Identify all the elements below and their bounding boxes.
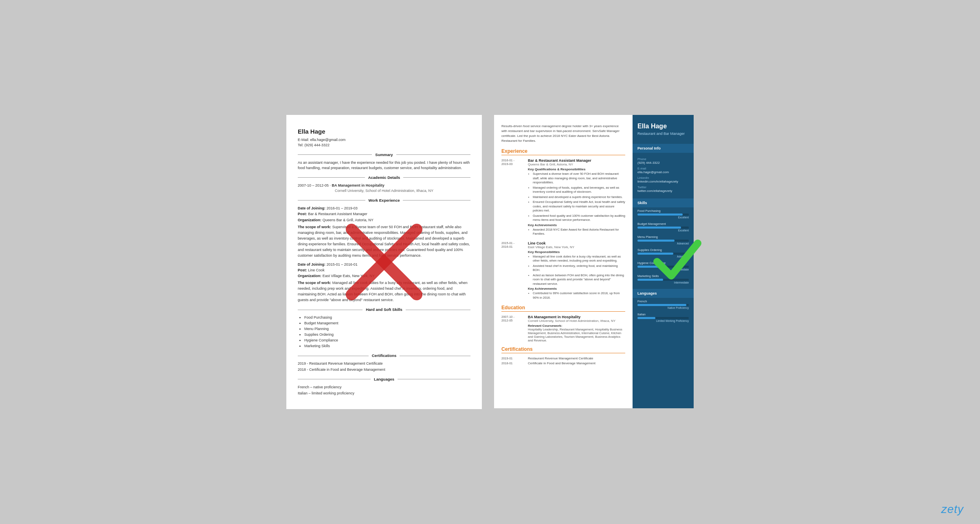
exp-company-2: East Village Eats, New York, NY	[528, 245, 625, 249]
achievement: Awarded 2018 NYC Eater Award for Best As…	[533, 228, 625, 236]
skill-bar-fill	[637, 266, 666, 268]
cert-heading: Certifications	[501, 346, 625, 353]
lang-bar-bg	[637, 304, 689, 306]
email-value: ella.hage@gmail.com	[637, 170, 689, 174]
plain-email: E-Mail: ella.hage@gmail.com	[298, 137, 470, 143]
email-label: E-mail	[637, 167, 689, 170]
exp-achievements-heading-1: Key Achievements	[528, 223, 625, 227]
summary-text: As an assistant manager, I have the expe…	[298, 160, 470, 171]
skill-bar-fill	[637, 227, 681, 229]
exp-achievements-heading-2: Key Achievements	[528, 287, 625, 291]
bullet: Supervised a diverse team of over 50 FOH…	[533, 172, 625, 185]
exp-content-2: Line Cook East Village Eats, New York, N…	[528, 241, 625, 301]
lang-label: French	[637, 299, 689, 303]
sidebar-header: Ella Hage Restaurant and Bar Manager	[633, 115, 694, 141]
skill-bar-fill	[637, 253, 673, 255]
exp-achievements-1: Awarded 2018 NYC Eater Award for Best As…	[528, 228, 625, 236]
skill-item: Food Purchasing	[304, 315, 470, 320]
bullet: Maintained and developed a superb dining…	[533, 195, 625, 200]
skills-container: Food Purchasing Excellent Budget Managem…	[633, 207, 694, 286]
work-divider: Work Experience	[298, 198, 470, 203]
twitter-value: twitter.com/ellahagezety	[637, 189, 689, 193]
edu-coursework-label: Relevant Coursework:	[528, 324, 625, 328]
cert-date-1: 2019-01	[501, 357, 524, 360]
personal-info-section: Personal Info	[633, 144, 694, 153]
skill-bar-bg	[637, 214, 689, 216]
skill-bar-bg	[637, 279, 689, 281]
academic-divider: Academic Details	[298, 175, 470, 181]
skill-level-label: Advanced	[637, 255, 689, 258]
skill-bar-bg	[637, 227, 689, 229]
bullet: Assisted head chef in inventory, orderin…	[533, 264, 625, 273]
skill-bar-item: Marketing Skills Intermediate	[633, 273, 694, 286]
edu-content: BA Management in Hospitality Cornell Uni…	[528, 315, 625, 342]
lang-entry-1: French – native proficiency	[298, 385, 470, 390]
phone-label: Phone	[637, 157, 689, 161]
plain-name: Ella Hage	[298, 127, 470, 136]
exp-bullets-1: Supervised a diverse team of over 50 FOH…	[528, 172, 625, 222]
lang-bar-item: Italian Limited Working Proficiency	[633, 311, 694, 324]
skill-label: Supplies Ordering	[637, 248, 689, 252]
lang-bar-item: French Native Proficiency	[633, 298, 694, 311]
bullet: Ensured Occupational Safety and Health A…	[533, 200, 625, 213]
exp-title-1: Bar & Restaurant Assistant Manager	[528, 159, 625, 163]
lang-bar-fill	[637, 317, 655, 319]
linkedin-value: linkedin.com/in/ellahagezety	[637, 180, 689, 183]
skill-level-label: Excellent	[637, 229, 689, 232]
twitter-label: Twitter	[637, 185, 689, 189]
phone-value: (929) 444-3322	[637, 161, 689, 165]
skill-level-label: Advanced	[637, 242, 689, 245]
linkedin-label: LinkedIn	[637, 176, 689, 180]
lang-level-label: Native Proficiency	[637, 306, 689, 309]
work-entry-2: Date of Joining: 2015-01 – 2016-01 Post:…	[298, 262, 470, 303]
skills-section: Skills	[633, 198, 694, 207]
right-wrapper: Results-driven food service management d…	[494, 115, 694, 408]
cert-row-1: 2019-01 Restaurant Revenue Management Ce…	[501, 357, 625, 360]
edu-school: Cornell University, School of Hotel Admi…	[528, 319, 625, 323]
exp-date-2: 2015-01 - 2016-01	[501, 241, 524, 301]
skill-label: Budget Management	[637, 222, 689, 226]
edu-row: 2007-10 - 2012-05 BA Management in Hospi…	[501, 315, 625, 342]
achievement: Contributed to 99% customer satisfaction…	[533, 291, 625, 300]
skill-bar-fill	[637, 240, 675, 242]
skill-label: Hygiene Compliance	[637, 261, 689, 265]
cert-entry-1: 2019 - Restaurant Revenue Management Cer…	[298, 361, 470, 366]
skill-bar-fill	[637, 214, 683, 216]
exp-entry-2: 2015-01 - 2016-01 Line Cook East Village…	[501, 241, 625, 301]
sidebar: Ella Hage Restaurant and Bar Manager Per…	[633, 115, 694, 408]
plain-tel: Tel: (929) 444-3322	[298, 143, 470, 148]
exp-date-1: 2016-01 - 2019-03	[501, 159, 524, 237]
skill-bar-item: Budget Management Excellent	[633, 220, 694, 233]
skill-level-label: Intermediate	[637, 268, 689, 271]
lang-label: Italian	[637, 313, 689, 316]
cert-title-2: Certificate in Food and Beverage Managem…	[528, 361, 625, 365]
edu-entry: 2007-10 – 2012-05 · BA Management in Hos…	[298, 183, 470, 188]
cert-entry-2: 2018 - Certificate in Food and Beverage …	[298, 367, 470, 372]
skill-bar-fill	[637, 279, 663, 281]
work-entry-1: Date of Joining: 2016-01 – 2019-03 Post:…	[298, 205, 470, 258]
edu-school: Cornell University, School of Hotel Admi…	[298, 188, 470, 194]
skill-bar-item: Supplies Ordering Advanced	[633, 247, 694, 260]
lang-bar-fill	[637, 304, 686, 306]
exp-company-1: Queens Bar & Grill, Astoria, NY	[528, 163, 625, 166]
edu-date: 2007-10 - 2012-05	[501, 315, 524, 342]
sidebar-personal-info: Phone (929) 444-3322 E-mail ella.hage@gm…	[633, 153, 694, 195]
sidebar-name: Ella Hage	[637, 122, 689, 130]
cert-row-2: 2018-01 Certificate in Food and Beverage…	[501, 361, 625, 365]
lang-divider: Languages	[298, 376, 470, 382]
languages-section: Languages	[633, 289, 694, 298]
skill-item: Supplies Ordering	[304, 332, 470, 337]
skill-bar-bg	[637, 240, 689, 242]
skill-item: Hygiene Compliance	[304, 338, 470, 343]
intro-text: Results-driven food service management d…	[501, 124, 625, 143]
languages-container: French Native Proficiency Italian Limite…	[633, 298, 694, 324]
bullet: Guaranteed food quality and 100% custome…	[533, 214, 625, 222]
skill-level-label: Intermediate	[637, 281, 689, 284]
edu-degree: BA Management in Hospitality	[528, 315, 625, 319]
exp-qualifications-heading-1: Key Qualifications & Responsibilities	[528, 167, 625, 171]
skill-label: Marketing Skills	[637, 274, 689, 278]
cert-divider: Certifications	[298, 353, 470, 359]
main-container: Ella Hage E-Mail: ella.hage@gmail.com Te…	[286, 115, 694, 409]
skill-item: Budget Management	[304, 321, 470, 326]
lang-level-label: Limited Working Proficiency	[637, 319, 689, 322]
